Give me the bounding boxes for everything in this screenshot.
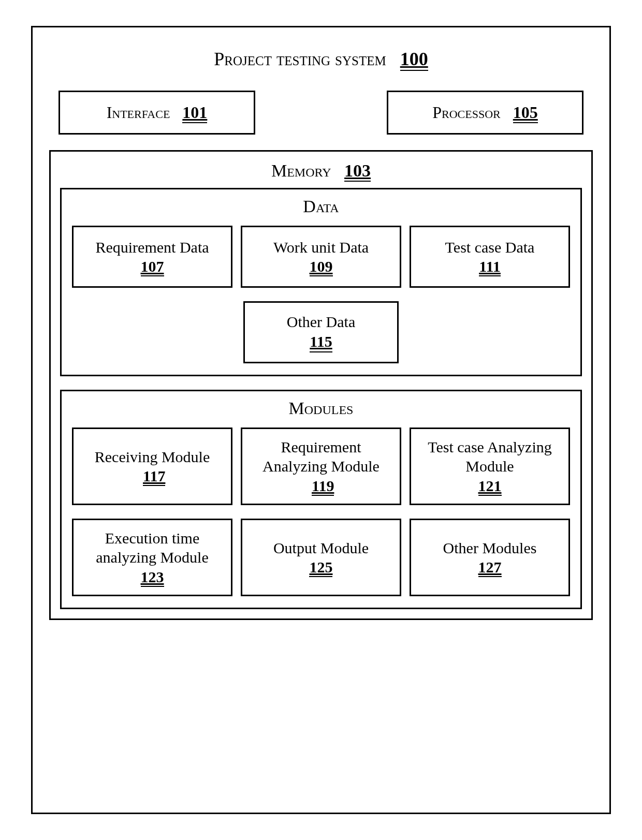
memory-label: Memory — [271, 161, 331, 180]
requirement-analyzing-module-box: Requirement Analyzing Module 119 — [241, 428, 401, 505]
data-section: Data Requirement Data 107 Work unit Data… — [60, 188, 582, 376]
execution-time-analyzing-module-label: Execution time analyzing Module — [96, 529, 208, 566]
test-case-data-ref: 111 — [479, 258, 501, 276]
modules-row-2: Execution time analyzing Module 123 Outp… — [72, 519, 570, 596]
data-row-2: Other Data 115 — [72, 301, 570, 363]
system-box: Project testing system 100 Interface 101… — [31, 26, 611, 814]
system-title-label: Project testing system — [214, 49, 386, 69]
modules-row-1: Receiving Module 117 Requirement Analyzi… — [72, 428, 570, 505]
execution-time-analyzing-module-ref: 123 — [141, 568, 164, 587]
work-unit-data-label: Work unit Data — [273, 239, 369, 256]
test-case-analyzing-module-label: Test case Analyzing Module — [428, 438, 552, 475]
work-unit-data-box: Work unit Data 109 — [241, 226, 401, 288]
other-data-label: Other Data — [287, 312, 355, 332]
test-case-data-label: Test case Data — [445, 239, 535, 256]
output-module-label: Output Module — [273, 539, 369, 556]
work-unit-data-ref: 109 — [310, 258, 333, 276]
receiving-module-label: Receiving Module — [95, 448, 210, 465]
data-section-title: Data — [72, 197, 570, 216]
memory-title: Memory 103 — [60, 161, 582, 181]
other-modules-ref: 127 — [478, 558, 502, 577]
requirement-data-box: Requirement Data 107 — [72, 226, 232, 288]
requirement-analyzing-module-label: Requirement Analyzing Module — [262, 438, 380, 475]
other-data-box: Other Data 115 — [243, 301, 399, 363]
processor-label: Processor — [432, 103, 501, 122]
top-row: Interface 101 Processor 105 — [48, 91, 594, 135]
requirement-analyzing-module-ref: 119 — [312, 477, 334, 496]
other-data-ref: 115 — [310, 332, 332, 353]
system-title-ref: 100 — [400, 49, 428, 71]
test-case-analyzing-module-ref: 121 — [478, 477, 502, 496]
interface-box: Interface 101 — [59, 91, 255, 135]
other-modules-label: Other Modules — [443, 539, 537, 556]
interface-label: Interface — [107, 103, 170, 122]
output-module-box: Output Module 125 — [241, 519, 401, 596]
memory-ref: 103 — [344, 161, 371, 182]
receiving-module-ref: 117 — [143, 467, 165, 486]
output-module-ref: 125 — [309, 558, 332, 577]
system-title: Project testing system 100 — [48, 48, 594, 70]
memory-box: Memory 103 Data Requirement Data 107 — [49, 150, 593, 620]
test-case-analyzing-module-box: Test case Analyzing Module 121 — [410, 428, 570, 505]
other-modules-box: Other Modules 127 — [410, 519, 570, 596]
data-row-1: Requirement Data 107 Work unit Data 109 … — [72, 226, 570, 288]
execution-time-analyzing-module-box: Execution time analyzing Module 123 — [72, 519, 232, 596]
test-case-data-box: Test case Data 111 — [410, 226, 570, 288]
modules-section: Modules Receiving Module 117 Requirement… — [60, 390, 582, 609]
modules-section-title: Modules — [72, 399, 570, 418]
requirement-data-ref: 107 — [141, 258, 164, 276]
processor-ref: 105 — [513, 103, 538, 123]
processor-box: Processor 105 — [387, 91, 583, 135]
interface-ref: 101 — [182, 103, 207, 123]
receiving-module-box: Receiving Module 117 — [72, 428, 232, 505]
requirement-data-label: Requirement Data — [95, 239, 209, 256]
